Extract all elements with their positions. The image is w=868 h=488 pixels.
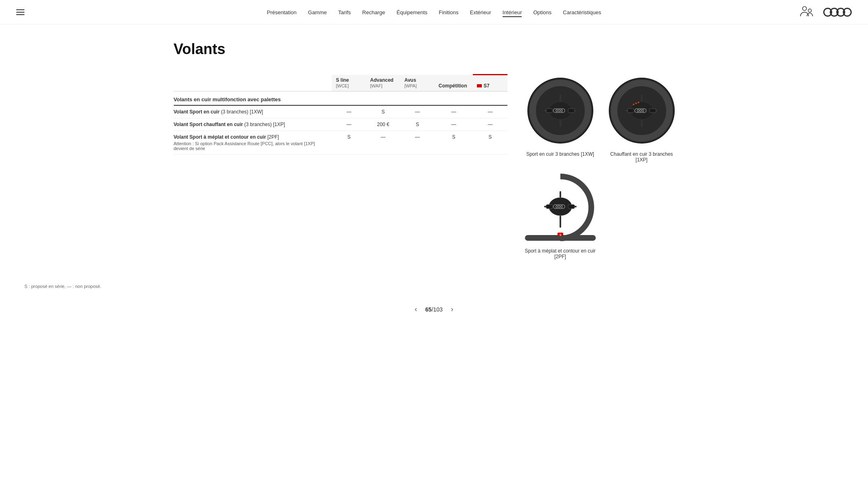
nav-tarifs[interactable]: Tarifs [338, 9, 351, 15]
steering-wheel-image-1xw [524, 74, 597, 147]
nav-finitions[interactable]: Finitions [439, 9, 458, 15]
th-competition-label: Compétition [439, 83, 469, 89]
svg-rect-42 [568, 205, 575, 209]
section-title: Volants en cuir multifonction avec palet… [174, 91, 507, 105]
steering-label-1xw: Sport en cuir 3 branches [1XW] [526, 151, 594, 157]
val-2pf-s7: S [473, 131, 507, 154]
th-sline: S line [WCE] [332, 75, 366, 92]
th-s7: S7 [473, 75, 507, 92]
val-2pf-competition: S [435, 131, 473, 154]
footnote: S : proposé en série, — : non proposé. [24, 284, 844, 289]
nav-options[interactable]: Options [533, 9, 551, 15]
svg-rect-38 [560, 216, 561, 228]
val-2pf-sline: S [332, 131, 366, 154]
val-1xw-competition: — [435, 105, 473, 118]
prev-page-button[interactable]: ‹ [415, 305, 417, 314]
next-page-button[interactable]: › [451, 305, 453, 314]
val-1xw-sline: — [332, 105, 366, 118]
svg-rect-23 [641, 120, 643, 127]
val-1xw-avus: — [400, 105, 435, 118]
nav-links: Présentation Gamme Tarifs Recharge Équip… [267, 9, 601, 15]
svg-rect-27 [649, 109, 656, 113]
page-layout: S line [WCE] Advanced [WAF] [174, 74, 695, 259]
val-1xp-sline: — [332, 118, 366, 131]
pagination: ‹ 65/103 › [0, 297, 868, 326]
table-row: Volant Sport à méplat et contour en cuir… [174, 131, 507, 154]
svg-rect-14 [568, 109, 575, 113]
th-advanced-label: Advanced [WAF] [370, 77, 396, 89]
val-1xp-advanced: 200 € [366, 118, 400, 131]
nav-interieur[interactable]: Intérieur [503, 9, 522, 17]
svg-rect-13 [546, 109, 553, 113]
steering-images: Sport en cuir 3 branches [1XW] [524, 74, 695, 259]
page-title: Volants [174, 41, 695, 58]
val-1xw-advanced: S [366, 105, 400, 118]
th-sline-label: S line [WCE] [336, 77, 362, 89]
th-competition: Compétition [435, 75, 473, 92]
val-1xp-competition: — [435, 118, 473, 131]
nav-equipements[interactable]: Équipements [396, 9, 427, 15]
svg-rect-41 [546, 205, 553, 209]
svg-rect-9 [560, 94, 561, 102]
audi-logo [823, 8, 852, 17]
svg-rect-37 [560, 191, 561, 198]
table-row: Volant Sport en cuir (3 branches) [1XW] … [174, 105, 507, 118]
feature-label-1xw: Volant Sport en cuir (3 branches) [1XW] [174, 105, 332, 118]
main-content: Volants S line [WCE] [149, 24, 719, 276]
right-section: Sport en cuir 3 branches [1XW] [524, 74, 695, 259]
svg-point-0 [802, 7, 807, 11]
total-pages: 103 [433, 306, 443, 313]
steering-label-2pf: Sport à méplat et contour en cuir [2PF] [524, 248, 597, 259]
th-avus: Avus [WPA] [400, 75, 435, 92]
nav-gamme[interactable]: Gamme [308, 9, 327, 15]
svg-point-28 [633, 104, 634, 105]
svg-point-1 [808, 9, 811, 12]
s7-flag-icon [477, 84, 482, 87]
steering-wheel-image-2pf: S [524, 171, 597, 244]
current-page: 65/103 [425, 306, 443, 313]
table-row: Volant Sport chauffant en cuir (3 branch… [174, 118, 507, 131]
steering-item-1xp: Chauffant en cuir 3 branches [1XP] [605, 74, 678, 163]
val-2pf-avus: — [400, 131, 435, 154]
steering-item-1xw: Sport en cuir 3 branches [1XW] [524, 74, 597, 163]
svg-rect-22 [641, 94, 643, 102]
val-1xp-s7: — [473, 118, 507, 131]
th-s7-inner: S7 [477, 83, 503, 89]
nav-recharge[interactable]: Recharge [362, 9, 385, 15]
nav-exterieur[interactable]: Extérieur [470, 9, 491, 15]
svg-point-30 [638, 102, 639, 103]
left-section: S line [WCE] Advanced [WAF] [174, 74, 507, 259]
nav-right [799, 3, 852, 21]
feature-table: S line [WCE] Advanced [WAF] [174, 74, 507, 155]
section-header-row: Volants en cuir multifonction avec palet… [174, 91, 507, 105]
feature-label-2pf: Volant Sport à méplat et contour en cuir… [174, 131, 332, 154]
person-icon[interactable] [799, 3, 815, 21]
th-advanced: Advanced [WAF] [366, 75, 400, 92]
th-avus-label: Avus [WPA] [404, 77, 431, 89]
table-header-row: S line [WCE] Advanced [WAF] [174, 75, 507, 92]
val-1xw-s7: — [473, 105, 507, 118]
nav-caracteristiques[interactable]: Caractéristiques [563, 9, 601, 15]
svg-point-29 [635, 102, 637, 104]
page-number: 65 [425, 306, 432, 313]
nav-presentation[interactable]: Présentation [267, 9, 297, 15]
th-empty [174, 75, 332, 92]
steering-label-1xp: Chauffant en cuir 3 branches [1XP] [605, 151, 678, 163]
svg-rect-26 [627, 109, 634, 113]
steering-item-2pf: S Sport à méplat et contour en cuir [2PF… [524, 171, 597, 259]
footer: S : proposé en série, — : non proposé. [0, 276, 868, 297]
feature-label-1xp: Volant Sport chauffant en cuir (3 branch… [174, 118, 332, 131]
val-1xp-avus: S [400, 118, 435, 131]
steering-wheel-image-1xp [605, 74, 678, 147]
val-2pf-advanced: — [366, 131, 400, 154]
main-nav: Présentation Gamme Tarifs Recharge Équip… [0, 0, 868, 24]
menu-icon[interactable] [16, 9, 24, 15]
svg-rect-10 [560, 120, 561, 127]
svg-text:S: S [559, 233, 561, 236]
